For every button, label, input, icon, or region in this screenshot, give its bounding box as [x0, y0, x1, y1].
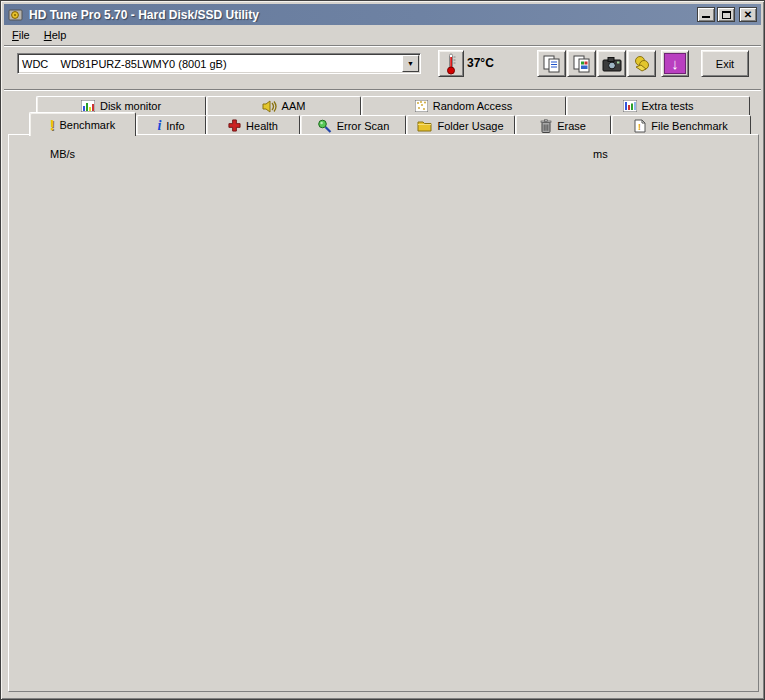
- titlebar: HD Tune Pro 5.70 - Hard Disk/SSD Utility…: [4, 4, 761, 25]
- tab-file-benchmark[interactable]: ! File Benchmark: [611, 115, 751, 135]
- tab-benchmark[interactable]: ! Benchmark: [29, 112, 136, 136]
- close-button[interactable]: ✕: [739, 7, 757, 22]
- tab-erase[interactable]: Erase: [515, 115, 611, 135]
- benchmark-icon: !: [50, 117, 55, 133]
- random-access-icon: [415, 100, 428, 112]
- maximize-icon: [722, 11, 731, 19]
- benchmark-tab-page: [8, 134, 759, 692]
- extra-tests-icon: [623, 100, 637, 112]
- disk-monitor-icon: [81, 100, 95, 112]
- tab-info[interactable]: i Info: [136, 115, 206, 135]
- y-left-axis-unit: MB/s: [50, 148, 75, 160]
- tab-label: AAM: [282, 100, 306, 112]
- window-title: HD Tune Pro 5.70 - Hard Disk/SSD Utility: [29, 8, 695, 22]
- tab-label: Benchmark: [60, 119, 116, 131]
- dropdown-button[interactable]: ▼: [402, 55, 419, 72]
- screenshot-button[interactable]: [597, 50, 626, 77]
- toolbar-separator: [4, 89, 761, 91]
- close-icon: ✕: [744, 10, 752, 20]
- speaker-icon: [262, 100, 277, 113]
- menu-file[interactable]: File: [5, 27, 37, 43]
- exit-button[interactable]: Exit: [701, 50, 749, 77]
- tab-label: Info: [166, 120, 184, 132]
- tab-label: Extra tests: [642, 100, 694, 112]
- app-window: HD Tune Pro 5.70 - Hard Disk/SSD Utility…: [0, 0, 765, 700]
- magnifier-icon: [317, 119, 332, 133]
- minimize-button[interactable]: [697, 7, 715, 22]
- tab-random-access[interactable]: Random Access: [361, 96, 566, 115]
- tab-label: File Benchmark: [651, 120, 727, 132]
- tab-label: Erase: [557, 120, 586, 132]
- temperature-value: 37°C: [467, 56, 494, 70]
- menubar: File Help: [5, 26, 760, 44]
- chevron-down-icon: ▼: [407, 60, 414, 67]
- toolbar: WDC WD81PURZ-85LWMY0 (8001 gB) ▼ 37°C: [4, 47, 761, 87]
- tab-extra-tests[interactable]: Extra tests: [566, 96, 750, 115]
- save-results-button[interactable]: ↓: [661, 50, 689, 77]
- hand-icon: [632, 54, 652, 74]
- trash-icon: [540, 119, 552, 133]
- tab-label: Health: [246, 120, 278, 132]
- tab-label: Random Access: [433, 100, 512, 112]
- folder-icon: [417, 120, 432, 132]
- tab-health[interactable]: Health: [206, 115, 300, 135]
- tab-label: Folder Usage: [437, 120, 503, 132]
- temperature-button[interactable]: [438, 50, 464, 77]
- tab-error-scan[interactable]: Error Scan: [300, 115, 406, 135]
- file-benchmark-icon: !: [634, 119, 646, 133]
- health-cross-icon: [228, 119, 241, 132]
- donate-button[interactable]: [627, 50, 656, 77]
- copy-text-icon: [542, 54, 562, 74]
- save-icon: ↓: [664, 53, 686, 74]
- drive-selector[interactable]: WDC WD81PURZ-85LWMY0 (8001 gB) ▼: [17, 53, 421, 74]
- tab-aam[interactable]: AAM: [206, 96, 361, 115]
- minimize-icon: [702, 16, 710, 18]
- svg-text:!: !: [638, 122, 641, 132]
- tab-folder-usage[interactable]: Folder Usage: [406, 115, 515, 135]
- tab-label: Error Scan: [337, 120, 390, 132]
- info-icon: i: [157, 118, 161, 134]
- y-right-axis-unit: ms: [593, 148, 608, 160]
- drive-selector-value: WDC WD81PURZ-85LWMY0 (8001 gB): [18, 58, 401, 70]
- app-icon: [8, 8, 24, 22]
- copy-image-button[interactable]: [567, 50, 596, 77]
- copy-image-icon: [572, 54, 592, 74]
- menu-help[interactable]: Help: [37, 27, 74, 43]
- camera-icon: [602, 56, 622, 72]
- tab-label: Disk monitor: [100, 100, 161, 112]
- maximize-button[interactable]: [717, 7, 735, 22]
- thermometer-icon: [445, 53, 457, 75]
- copy-text-button[interactable]: [537, 50, 566, 77]
